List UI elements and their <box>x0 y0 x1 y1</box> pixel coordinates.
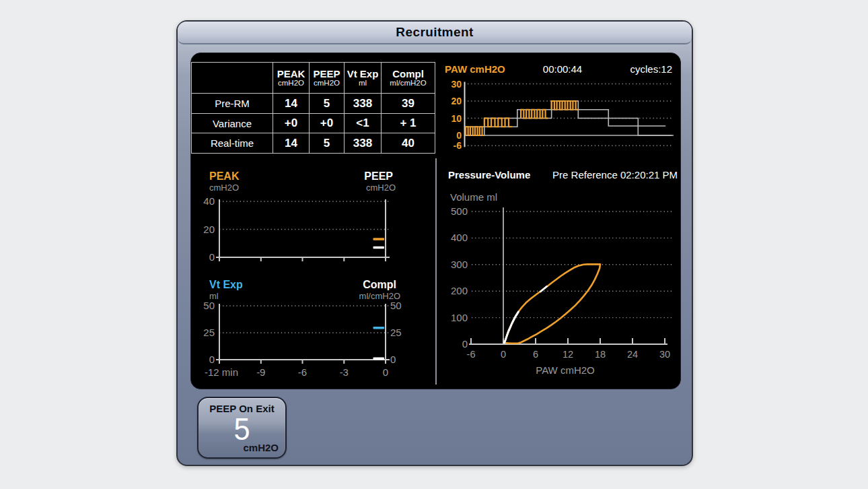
svg-text:0: 0 <box>209 354 215 365</box>
row-label: Pre-RM <box>192 94 273 114</box>
svg-text:-6: -6 <box>298 366 307 378</box>
cell: 14 <box>273 133 310 154</box>
cell: + 1 <box>382 114 435 133</box>
svg-text:20: 20 <box>451 96 462 106</box>
peak-peep-trend-chart: PEAK cmH2O PEEP cmH2O 40200 <box>194 169 423 270</box>
col-peak: PEAKcmH2O <box>273 63 310 94</box>
svg-text:40: 40 <box>203 195 215 207</box>
vtexp-compl-trend-chart: Vt Exp ml Compl ml/cmH2O 5025050250-12 m… <box>194 277 423 385</box>
table-row-variance: Variance +0 +0 <1 + 1 <box>192 114 435 133</box>
pv-loop-svg: 0100200300400500-60612182430 <box>437 166 680 388</box>
svg-text:30: 30 <box>659 349 670 360</box>
col-peep: PEEPcmH2O <box>310 63 345 94</box>
svg-text:-9: -9 <box>256 366 265 378</box>
svg-text:24: 24 <box>627 349 638 360</box>
peep-on-exit-button[interactable]: PEEP On Exit 5 cmH2O <box>197 397 287 459</box>
peep-on-exit-unit: cmH2O <box>243 442 279 453</box>
table-row-pre-rm: Pre-RM 14 5 338 39 <box>192 94 435 114</box>
svg-text:-12 min: -12 min <box>205 366 238 378</box>
cell: 5 <box>310 94 345 114</box>
paw-chart-svg: 3020100-6 <box>438 60 680 154</box>
content-panel: PEAKcmH2O PEEPcmH2O Vt Expml Complml/cmH… <box>190 53 681 389</box>
svg-text:300: 300 <box>451 259 468 270</box>
svg-text:-6: -6 <box>454 140 462 151</box>
paw-trend-chart: PAW cmH2O 00:00:44 cycles:12 3020100-6 <box>438 60 680 154</box>
cell: 5 <box>310 133 345 154</box>
table-header-row: PEAKcmH2O PEEPcmH2O Vt Expml Complml/cmH… <box>192 63 435 94</box>
svg-text:30: 30 <box>451 79 462 90</box>
table-corner-cell <box>192 63 273 94</box>
table-row-real-time: Real-time 14 5 338 40 <box>192 133 435 154</box>
svg-text:500: 500 <box>451 205 468 217</box>
svg-text:25: 25 <box>203 327 215 338</box>
svg-text:0: 0 <box>456 130 462 141</box>
svg-text:0: 0 <box>390 354 396 365</box>
trend2-svg: 5025050250-12 min-9-6-30 <box>194 277 423 385</box>
cell: 338 <box>345 133 382 154</box>
cell: +0 <box>273 114 310 133</box>
svg-text:0: 0 <box>383 366 388 378</box>
cell: +0 <box>310 114 345 133</box>
svg-text:20: 20 <box>203 224 215 235</box>
svg-text:0: 0 <box>501 349 506 360</box>
cell: 39 <box>382 94 435 114</box>
svg-text:50: 50 <box>390 300 402 311</box>
svg-text:12: 12 <box>563 349 573 360</box>
svg-text:6: 6 <box>533 349 538 360</box>
svg-text:-3: -3 <box>340 366 349 378</box>
measurements-table: PEAKcmH2O PEEPcmH2O Vt Expml Complml/cmH… <box>191 62 435 154</box>
svg-text:18: 18 <box>595 349 606 360</box>
svg-text:-6: -6 <box>467 349 476 360</box>
cell: 338 <box>345 94 382 114</box>
pressure-volume-chart: Pressure-Volume Pre Reference 02:20:21 P… <box>437 166 680 388</box>
svg-text:50: 50 <box>203 300 215 311</box>
title-bar: Recruitment <box>178 22 692 44</box>
svg-text:200: 200 <box>451 285 468 296</box>
row-label: Variance <box>192 114 273 133</box>
screen: Recruitment PEAKcmH2O PEEPcmH2O Vt Expml… <box>0 0 868 489</box>
trend1-svg: 40200 <box>194 169 423 270</box>
svg-text:10: 10 <box>451 113 462 124</box>
svg-text:0: 0 <box>209 251 215 263</box>
recruitment-window: Recruitment PEAKcmH2O PEEPcmH2O Vt Expml… <box>176 20 693 466</box>
cell: <1 <box>345 114 382 133</box>
svg-text:100: 100 <box>451 312 468 323</box>
svg-text:400: 400 <box>451 232 468 243</box>
col-compl: Complml/cmH2O <box>382 63 435 94</box>
cell: 40 <box>382 133 435 154</box>
row-label: Real-time <box>192 133 273 154</box>
cell: 14 <box>273 94 310 114</box>
page-title: Recruitment <box>396 25 473 40</box>
svg-text:25: 25 <box>390 327 402 338</box>
col-vtexp: Vt Expml <box>345 63 382 94</box>
svg-text:0: 0 <box>462 338 468 350</box>
